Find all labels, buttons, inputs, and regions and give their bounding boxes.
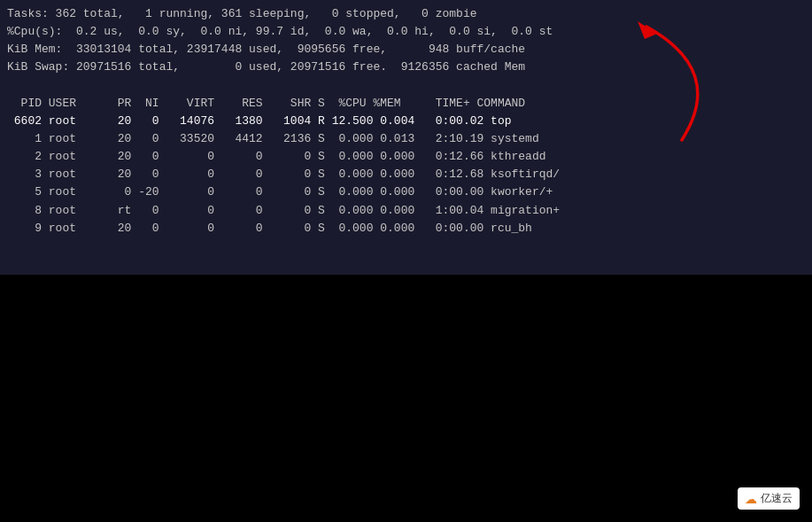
process-row-1: 1 root 20 0 33520 4412 2136 S 0.000 0.01… — [7, 132, 539, 145]
tasks-line: Tasks: 362 total, 1 running, 361 sleepin… — [7, 7, 477, 20]
mem-line: KiB Mem: 33013104 total, 23917448 used, … — [7, 43, 525, 56]
watermark-badge: ☁ 亿速云 — [738, 487, 800, 510]
cloud-icon: ☁ — [745, 492, 757, 506]
black-region — [0, 275, 812, 522]
process-row-5: 8 root rt 0 0 0 0 S 0.000 0.000 1:00.04 … — [7, 204, 560, 217]
process-row-4: 5 root 0 -20 0 0 0 S 0.000 0.000 0:00.00… — [7, 185, 553, 199]
process-row-6: 9 root 20 0 0 0 0 S 0.000 0.000 0:00.00 … — [7, 222, 532, 235]
process-row-2: 2 root 20 0 0 0 0 S 0.000 0.000 0:12.66 … — [7, 150, 546, 163]
process-row-3: 3 root 20 0 0 0 0 S 0.000 0.000 0:12.68 … — [7, 168, 560, 181]
swap-line: KiB Swap: 20971516 total, 0 used, 209715… — [7, 60, 525, 74]
watermark-text: 亿速云 — [761, 491, 793, 506]
terminal-content: Tasks: 362 total, 1 running, 361 sleepin… — [7, 5, 805, 238]
terminal-window: Tasks: 362 total, 1 running, 361 sleepin… — [0, 0, 812, 275]
cpu-line: %Cpu(s): 0.2 us, 0.0 sy, 0.0 ni, 99.7 id… — [7, 25, 553, 38]
process-row-0: 6602 root 20 0 14076 1380 1004 R 12.500 … — [7, 114, 512, 128]
table-header: PID USER PR NI VIRT RES SHR S %CPU %MEM … — [7, 97, 525, 110]
